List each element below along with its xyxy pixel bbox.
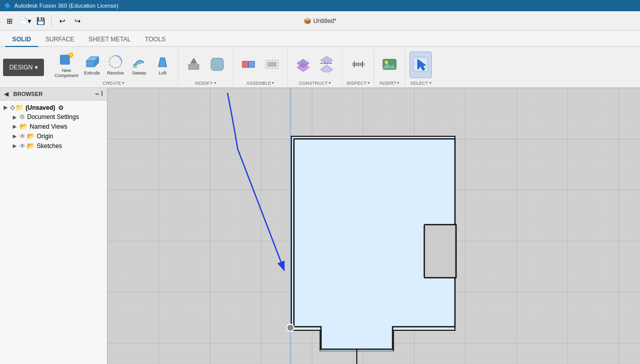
ribbon-group-assemble: ASSEMBLE ▾	[233, 49, 288, 86]
apps-button[interactable]: ⊞	[3, 14, 16, 28]
browser-label: BROWSER	[13, 91, 42, 97]
svg-rect-18	[268, 62, 276, 66]
expand-origin: ▶	[11, 133, 18, 139]
collapse-icon[interactable]: ◀	[4, 91, 8, 98]
tree-item-unsaved[interactable]: ▶ ◇ 📁 (Unsaved) ⊙	[0, 103, 107, 112]
browser-header: ◀ BROWSER − |	[0, 88, 107, 101]
insert-tools	[378, 49, 401, 81]
select-icon	[413, 56, 429, 72]
title-text: Autodesk Fusion 360 (Education License)	[14, 3, 119, 9]
inspect-tools	[347, 49, 370, 81]
midplane-button[interactable]	[315, 52, 338, 78]
create-group-label: CREATE ▾	[103, 81, 124, 86]
undo-button[interactable]: ↩	[56, 14, 69, 28]
unsaved-label: (Unsaved)	[26, 104, 55, 111]
app-title-area: 📦 Untitled*	[304, 11, 336, 31]
offset-plane-button[interactable]	[292, 52, 314, 78]
create-arrow: ▾	[122, 81, 124, 85]
ribbon-group-inspect: INSPECT ▾	[342, 49, 374, 86]
svg-marker-12	[191, 58, 197, 63]
design-label: DESIGN	[9, 64, 33, 71]
file-button[interactable]: 📄▾	[18, 14, 32, 28]
svg-rect-3	[86, 61, 95, 67]
measure-icon	[350, 56, 367, 72]
ribbon-group-create: NewComponent Extrude	[49, 49, 178, 86]
toolbar-separator	[51, 15, 52, 27]
sketches-eye-icon: 👁	[19, 142, 26, 150]
extrude-button[interactable]: Extrude	[81, 52, 103, 78]
select-button[interactable]	[409, 52, 432, 78]
ribbon-group-select: SELECT ▾	[405, 49, 436, 86]
tree-item-named-views[interactable]: ▶ 📂 Named Views	[0, 122, 107, 131]
extrude-icon	[84, 54, 100, 70]
create-tools: NewComponent Extrude	[53, 49, 174, 81]
minus-button[interactable]: −	[95, 90, 99, 98]
redo-button[interactable]: ↪	[71, 14, 84, 28]
new-component-label: NewComponent	[55, 68, 79, 79]
as-built-joint-icon	[264, 56, 280, 72]
assemble-tools	[237, 49, 283, 81]
svg-point-48	[287, 324, 294, 331]
expand-sketches: ▶	[11, 143, 18, 149]
sketch-drawing	[107, 88, 640, 364]
revolve-icon	[107, 54, 124, 70]
sweep-icon	[131, 54, 147, 70]
svg-rect-11	[189, 64, 199, 69]
sweep-label: Sweep	[132, 71, 146, 76]
tab-sheetmetal[interactable]: SHEET METAL	[81, 33, 138, 47]
design-button[interactable]: DESIGN ▾	[3, 59, 44, 76]
tab-tools[interactable]: TOOLS	[138, 33, 173, 47]
tree-item-origin[interactable]: ▶ 👁 📂 Origin	[0, 131, 107, 141]
fillet-button[interactable]	[206, 52, 228, 78]
tab-solid[interactable]: SOLID	[5, 33, 38, 47]
tree-item-sketches[interactable]: ▶ 👁 📂 Sketches	[0, 141, 107, 151]
origin-eye-icon: 👁	[19, 133, 26, 140]
named-views-label: Named Views	[30, 123, 67, 130]
expand-unsaved: ▶	[2, 105, 9, 110]
save-button[interactable]: 💾	[34, 14, 47, 28]
svg-rect-13	[211, 58, 223, 70]
extrude-label: Extrude	[84, 71, 100, 76]
svg-rect-0	[60, 55, 70, 64]
loft-button[interactable]: Loft	[151, 52, 174, 78]
unsaved-folder-icon: 📁	[15, 104, 24, 111]
tree-item-document-settings[interactable]: ▶ ⚙ Document Settings	[0, 112, 107, 122]
new-component-icon	[58, 51, 75, 67]
canvas-area	[107, 88, 640, 364]
design-arrow: ▾	[35, 64, 38, 71]
doc-settings-label: Document Settings	[27, 113, 79, 120]
insert-image-button[interactable]	[378, 52, 401, 78]
app-icon: 🔷	[4, 3, 11, 9]
svg-rect-15	[248, 61, 255, 67]
pipe-separator: |	[101, 90, 103, 98]
ribbon-group-construct: CONSTRUCT ▾	[288, 49, 342, 86]
visibility-icon: ◇	[10, 104, 14, 111]
as-built-joint-button[interactable]	[261, 52, 283, 78]
select-tools	[409, 49, 432, 81]
new-component-button[interactable]: NewComponent	[53, 52, 80, 78]
svg-marker-21	[321, 65, 333, 72]
svg-point-2	[70, 54, 72, 56]
ribbon-group-modify: MODIFY ▾	[178, 49, 233, 86]
main-area: ◀ BROWSER − | ▶ ◇ 📁 (Unsaved) ⊙ ▶ ⚙ Docu…	[0, 88, 640, 364]
revolve-button[interactable]: Revolve	[104, 52, 127, 78]
press-pull-button[interactable]	[182, 52, 205, 78]
sketches-folder-icon: 📂	[27, 142, 35, 150]
named-views-folder-icon: 📂	[19, 123, 28, 130]
tab-bar: SOLID SURFACE SHEET METAL TOOLS	[0, 31, 640, 47]
svg-rect-41	[424, 225, 456, 278]
tab-surface[interactable]: SURFACE	[38, 33, 82, 47]
select-group-label: SELECT ▾	[410, 81, 431, 86]
inspect-group-label: INSPECT ▾	[347, 81, 370, 86]
origin-label: Origin	[37, 133, 53, 140]
origin-folder-icon: 📂	[27, 132, 35, 140]
insert-group-label: INSERT ▾	[380, 81, 400, 86]
expand-doc-settings: ▶	[11, 114, 18, 120]
sweep-button[interactable]: Sweep	[128, 52, 150, 78]
quick-access-toolbar: ⊞ 📄▾ 💾 ↩ ↪ 📦 Untitled*	[0, 11, 640, 31]
measure-button[interactable]	[347, 52, 370, 78]
assemble-group-label: ASSEMBLE ▾	[246, 81, 275, 86]
ribbon-group-insert: INSERT ▾	[374, 49, 405, 86]
joint-button[interactable]	[237, 52, 260, 78]
expand-named-views: ▶	[11, 124, 18, 129]
